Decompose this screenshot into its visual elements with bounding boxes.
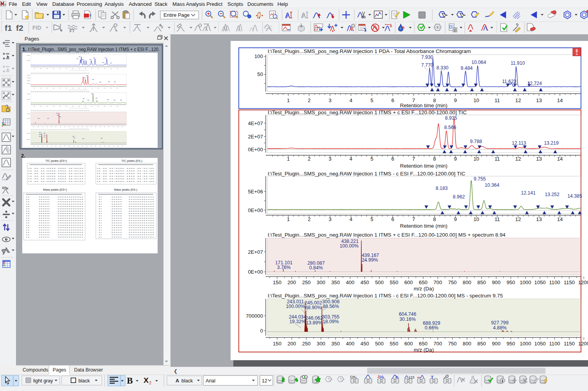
svg-text:8.935: 8.935 (445, 115, 457, 121)
svg-text:1: 1 (287, 216, 290, 222)
svg-text:TIC peaks (ES+): TIC peaks (ES+) (45, 159, 67, 163)
svg-text:850: 850 (477, 341, 486, 347)
svg-text:1150: 1150 (564, 341, 575, 347)
svg-text:12.724: 12.724 (527, 81, 542, 86)
svg-text:550: 550 (390, 341, 398, 347)
svg-text:6: 6 (391, 97, 394, 103)
svg-text:13.252: 13.252 (545, 192, 560, 197)
svg-text:68.90%: 68.90% (305, 305, 322, 310)
svg-text:0.84%: 0.84% (309, 265, 323, 271)
svg-text:650: 650 (419, 341, 428, 347)
svg-text:400: 400 (346, 280, 354, 285)
svg-text:2.: 2. (21, 153, 25, 159)
svg-text:12: 12 (515, 156, 521, 162)
svg-text:500: 500 (375, 341, 384, 347)
svg-text:1200: 1200 (578, 341, 588, 347)
svg-text:Advanced: Advanced (129, 1, 152, 7)
svg-text:9.788: 9.788 (470, 139, 482, 144)
svg-text:10.064: 10.064 (471, 60, 486, 65)
svg-text:13: 13 (536, 156, 542, 162)
svg-text:250: 250 (302, 341, 311, 347)
svg-text:light gray: light gray (33, 378, 53, 384)
svg-text:10.364: 10.364 (485, 182, 499, 188)
svg-text:6: 6 (391, 156, 394, 162)
svg-text:f1: f1 (5, 23, 12, 32)
svg-text:black: black (181, 378, 193, 384)
svg-text:4: 4 (350, 97, 352, 103)
svg-text:1050: 1050 (534, 280, 545, 285)
svg-text:7: 7 (412, 156, 415, 162)
svg-text:0: 0 (260, 328, 263, 334)
svg-text:I:\Test_Plugin...SMS_pos_neg.R: I:\Test_Plugin...SMS_pos_neg.RAW Injecti… (28, 46, 160, 52)
svg-text:18.09%: 18.09% (323, 319, 339, 324)
svg-text:5: 5 (370, 156, 373, 162)
svg-text:9: 9 (454, 216, 457, 222)
svg-text:300: 300 (317, 280, 325, 285)
svg-text:12.141: 12.141 (521, 190, 536, 196)
svg-text:Mass peaks (ES-): Mass peaks (ES-) (114, 188, 137, 191)
svg-text:Database: Database (52, 1, 74, 7)
svg-text:800: 800 (463, 280, 471, 285)
svg-text:❮: ❮ (174, 368, 178, 374)
svg-text:700: 700 (433, 341, 442, 347)
svg-text:Stack: Stack (155, 1, 167, 7)
svg-text:450: 450 (361, 280, 369, 285)
svg-text:f2: f2 (16, 23, 23, 32)
svg-text:X: X (144, 376, 149, 384)
svg-text:50: 50 (257, 71, 263, 77)
svg-text:950: 950 (506, 341, 515, 347)
svg-text:700000: 700000 (246, 313, 263, 319)
svg-text:2: 2 (308, 216, 311, 222)
svg-text:2: 2 (149, 380, 151, 385)
svg-text:Compounds: Compounds (23, 367, 48, 373)
svg-text:9.755: 9.755 (474, 176, 486, 182)
svg-text:7.930: 7.930 (421, 55, 433, 60)
svg-text:11.623: 11.623 (502, 79, 517, 84)
svg-text:2E+07: 2E+07 (248, 134, 263, 140)
svg-text:2: 2 (308, 97, 311, 103)
svg-text:m/z (Da): m/z (Da) (414, 347, 434, 353)
svg-text:3: 3 (329, 216, 331, 222)
svg-text:8.962: 8.962 (453, 194, 465, 200)
svg-text:Retention time (min): Retention time (min) (400, 163, 448, 169)
svg-text:I:\Test_Plugin...SMS_pos_neg.R: I:\Test_Plugin...SMS_pos_neg.RAW Injecti… (268, 110, 467, 115)
svg-text:9: 9 (454, 156, 457, 162)
svg-text:200: 200 (288, 341, 296, 347)
svg-text:700: 700 (433, 280, 442, 285)
svg-text:3: 3 (329, 97, 331, 103)
svg-text:650: 650 (419, 280, 428, 285)
svg-text:Pages: Pages (25, 36, 39, 42)
svg-text:1100: 1100 (549, 341, 560, 347)
svg-text:I:\Test_Plugin...SMS_pos_neg.R: I:\Test_Plugin...SMS_pos_neg.RAW Injecti… (268, 48, 471, 54)
svg-text:I:\Test_Plugin...SMS_pos_neg.R: I:\Test_Plugin...SMS_pos_neg.RAW Injecti… (268, 232, 506, 238)
svg-text:400: 400 (346, 341, 354, 347)
svg-text:100: 100 (254, 53, 263, 59)
svg-text:4: 4 (350, 216, 352, 222)
svg-text:1150: 1150 (564, 280, 575, 285)
svg-text:550: 550 (390, 280, 398, 285)
svg-text:Mass peaks (ES+): Mass peaks (ES+) (43, 188, 67, 191)
svg-text:19.32%: 19.32% (290, 319, 306, 324)
svg-text:150: 150 (273, 280, 281, 285)
svg-text:900: 900 (492, 341, 501, 347)
svg-text:8: 8 (433, 156, 436, 162)
svg-text:3.76%: 3.76% (277, 265, 291, 270)
svg-text:1.: 1. (22, 46, 27, 52)
svg-text:100.00%: 100.00% (339, 243, 359, 249)
svg-text:11: 11 (494, 97, 500, 103)
svg-text:600: 600 (404, 280, 413, 285)
svg-text:14: 14 (557, 156, 563, 162)
svg-text:B: B (127, 376, 133, 386)
svg-text:4E+07: 4E+07 (248, 120, 263, 126)
svg-text:Edit: Edit (22, 1, 31, 7)
svg-text:TIC peaks (ES-): TIC peaks (ES-) (121, 159, 142, 163)
svg-text:850: 850 (477, 280, 486, 285)
svg-text:Documents: Documents (247, 1, 274, 7)
svg-text:FID: FID (32, 25, 41, 31)
svg-text:13.219: 13.219 (544, 140, 559, 146)
svg-text:14: 14 (557, 216, 563, 222)
svg-text:Retention time (min): Retention time (min) (400, 103, 448, 108)
svg-text:12: 12 (515, 97, 521, 103)
svg-text:600: 600 (404, 341, 413, 347)
svg-text:10: 10 (473, 216, 479, 222)
